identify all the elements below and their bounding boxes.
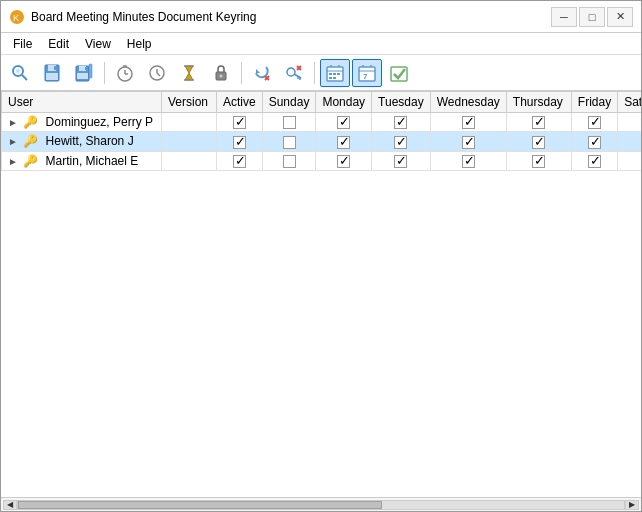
saturday-cell[interactable] [618,113,641,132]
table-row[interactable]: ► 🔑 Martin, Michael E ✓✓✓✓✓✓0 [2,151,642,170]
thursday-cell[interactable]: ✓ [506,151,571,170]
checkbox[interactable]: ✓ [394,155,407,168]
calendar2-icon: 7 [357,63,377,83]
checkbox[interactable]: ✓ [233,116,246,129]
lock-button[interactable] [206,59,236,87]
menu-help[interactable]: Help [119,35,160,53]
svg-rect-10 [79,66,86,71]
col-saturday: Saturday [618,92,641,113]
svg-line-3 [22,75,27,80]
active-cell[interactable]: ✓ [217,113,263,132]
svg-point-24 [220,74,223,77]
expand-button[interactable]: ► [8,156,18,167]
checkbox[interactable]: ✓ [337,136,350,149]
svg-rect-40 [333,73,336,75]
checkbox[interactable]: ✓ [394,136,407,149]
maximize-button[interactable]: □ [579,7,605,27]
checkbox[interactable]: ✓ [588,136,601,149]
svg-rect-8 [54,66,56,70]
scroll-track[interactable] [17,500,625,510]
checkbox[interactable]: ✓ [394,116,407,129]
checkbox[interactable]: ✓ [233,136,246,149]
user-cell: ► 🔑 Martin, Michael E [2,151,162,170]
sunday-cell[interactable] [262,132,316,151]
version-cell [162,132,217,151]
hourglass-icon [179,63,199,83]
minimize-button[interactable]: ─ [551,7,577,27]
checkbox[interactable]: ✓ [588,155,601,168]
checkbox[interactable]: ✓ [462,155,475,168]
svg-rect-43 [333,77,336,79]
table-row[interactable]: ► 🔑 Dominguez, Perry P ✓✓✓✓✓✓0 [2,113,642,132]
friday-cell[interactable]: ✓ [571,113,617,132]
sunday-cell[interactable] [262,113,316,132]
checkbox[interactable]: ✓ [532,116,545,129]
checkbox[interactable]: ✓ [233,155,246,168]
calendar2-button[interactable]: 7 [352,59,382,87]
user-cell: ► 🔑 Dominguez, Perry P [2,113,162,132]
col-tuesday: Tuesday [372,92,431,113]
col-thursday: Thursday [506,92,571,113]
thursday-cell[interactable]: ✓ [506,113,571,132]
active-cell[interactable]: ✓ [217,132,263,151]
monday-cell[interactable]: ✓ [316,151,372,170]
hourglass-button[interactable] [174,59,204,87]
menu-file[interactable]: File [5,35,40,53]
svg-point-4 [16,69,20,73]
save-button[interactable] [37,59,67,87]
check-button[interactable] [384,59,414,87]
user-name: Dominguez, Perry P [46,115,153,129]
table-container[interactable]: User Version Active Sunday Monday Tuesda… [1,91,641,497]
checkbox[interactable]: ✓ [462,116,475,129]
expand-button[interactable]: ► [8,117,18,128]
checkbox[interactable]: ✓ [337,116,350,129]
expand-button[interactable]: ► [8,136,18,147]
tuesday-cell[interactable]: ✓ [372,151,431,170]
saturday-cell[interactable] [618,151,641,170]
checkbox[interactable] [283,155,296,168]
key-icon [284,63,304,83]
menu-view[interactable]: View [77,35,119,53]
horizontal-scrollbar[interactable]: ◀ ▶ [1,497,641,511]
refresh-button[interactable] [247,59,277,87]
checkbox[interactable]: ✓ [532,155,545,168]
scroll-right-button[interactable]: ▶ [625,500,639,510]
saturday-cell[interactable] [618,132,641,151]
thursday-cell[interactable]: ✓ [506,132,571,151]
wednesday-cell[interactable]: ✓ [430,113,506,132]
friday-cell[interactable]: ✓ [571,151,617,170]
save-all-icon [74,63,94,83]
svg-rect-13 [89,64,92,78]
tuesday-cell[interactable]: ✓ [372,113,431,132]
scroll-left-button[interactable]: ◀ [3,500,17,510]
timer-button[interactable] [110,59,140,87]
checkbox[interactable] [283,116,296,129]
checkbox[interactable] [283,136,296,149]
table-row[interactable]: ► 🔑 Hewitt, Sharon J ✓✓✓✓✓✓0 [2,132,642,151]
checkbox[interactable]: ✓ [462,136,475,149]
wednesday-cell[interactable]: ✓ [430,151,506,170]
search-icon [10,63,30,83]
svg-rect-12 [85,67,87,70]
svg-line-20 [157,73,160,76]
monday-cell[interactable]: ✓ [316,113,372,132]
calendar1-button[interactable] [320,59,350,87]
menu-edit[interactable]: Edit [40,35,77,53]
key-icon: 🔑 [23,115,38,129]
checkbox[interactable]: ✓ [588,116,601,129]
menu-bar: File Edit View Help [1,33,641,55]
friday-cell[interactable]: ✓ [571,132,617,151]
scroll-thumb[interactable] [18,501,382,509]
monday-cell[interactable]: ✓ [316,132,372,151]
tuesday-cell[interactable]: ✓ [372,132,431,151]
checkbox[interactable]: ✓ [337,155,350,168]
active-cell[interactable]: ✓ [217,151,263,170]
wednesday-cell[interactable]: ✓ [430,132,506,151]
clock-button[interactable] [142,59,172,87]
save-all-button[interactable] [69,59,99,87]
sunday-cell[interactable] [262,151,316,170]
search-button[interactable] [5,59,35,87]
close-button[interactable]: ✕ [607,7,633,27]
checkbox[interactable]: ✓ [532,136,545,149]
key-button[interactable] [279,59,309,87]
